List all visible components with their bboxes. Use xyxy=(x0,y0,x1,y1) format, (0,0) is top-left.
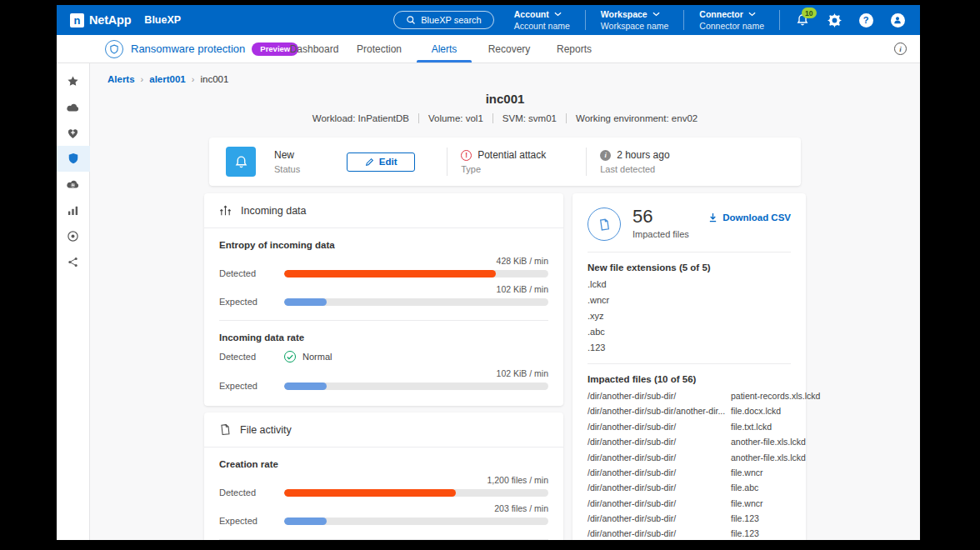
file-row: /dir/another-dir/sub-dir/file.abc xyxy=(588,480,791,495)
file-row: /dir/another-dir/sub-dir/another-dir...f… xyxy=(588,403,791,418)
status-card: New Status Edit ! Potential attack Type xyxy=(209,138,801,186)
sidebar-item-governance[interactable] xyxy=(57,223,90,249)
impacted-files-count: 56 xyxy=(632,208,689,226)
help-icon[interactable]: ? xyxy=(858,12,873,28)
gear-circle-icon xyxy=(67,230,79,242)
alert-bell-icon xyxy=(226,147,256,177)
file-activity-card: File activity Creation rate 1,200 files … xyxy=(204,412,563,540)
app-subheader: Ransomware protection Preview Dashboard … xyxy=(57,35,920,63)
sidebar-item-health[interactable] xyxy=(57,120,90,146)
brand-name: NetApp xyxy=(89,13,131,27)
meta-svm: SVM: svm01 xyxy=(492,113,557,123)
sidebar-item-ransomware-protection[interactable] xyxy=(57,146,90,172)
file-row: /dir/another-dir/sub-dir/file.123 xyxy=(588,526,791,540)
entropy-detected-value: 428 KiB / min xyxy=(219,256,548,266)
incoming-data-icon xyxy=(219,204,232,217)
sidebar-item-storage[interactable] xyxy=(57,94,90,120)
extension-item: .lckd xyxy=(588,277,791,292)
extensions-title: New file extensions (5 of 5) xyxy=(588,262,791,272)
impacted-files-card: 56 Impacted files Download CSV New file … xyxy=(572,193,806,540)
incoming-data-title: Incoming data xyxy=(241,205,307,217)
entropy-section-title: Entropy of incoming data xyxy=(219,240,548,250)
file-row: /dir/another-dir/sub-dir/file.txt.lckd xyxy=(588,419,791,434)
breadcrumb-alert001-link[interactable]: alert001 xyxy=(149,74,185,84)
chevron-down-icon xyxy=(554,12,562,17)
chevron-down-icon xyxy=(748,12,756,17)
bar-chart-icon xyxy=(68,205,78,216)
app-title: Ransomware protection xyxy=(131,42,245,55)
tab-reports[interactable]: Reports xyxy=(542,35,607,62)
impacted-files-list-title: Impacted files (10 of 56) xyxy=(588,374,791,384)
creation-expected-value: 203 files / min xyxy=(219,503,548,513)
file-activity-title: File activity xyxy=(240,424,292,436)
file-icon xyxy=(219,423,231,436)
entropy-expected-value: 102 KiB / min xyxy=(219,284,548,294)
tab-alerts[interactable]: Alerts xyxy=(412,35,477,62)
netapp-logo-icon: n xyxy=(70,13,84,28)
incident-title: inc001 xyxy=(90,92,920,106)
bluexp-search-button[interactable]: BlueXP search xyxy=(393,11,494,29)
header-divider xyxy=(779,10,780,30)
file-row: /dir/another-dir/sub-dir/file.wncr xyxy=(588,496,791,511)
check-circle-icon xyxy=(284,351,296,362)
status-card-divider xyxy=(586,148,587,176)
cloud-sync-icon xyxy=(66,179,80,190)
section-divider xyxy=(219,539,548,540)
tab-recovery[interactable]: Recovery xyxy=(477,35,542,62)
extension-item: .abc xyxy=(588,323,791,339)
notifications-bell-icon[interactable]: 10 xyxy=(795,12,810,28)
connector-menu[interactable]: Connector Connector name xyxy=(699,9,764,31)
settings-gear-icon[interactable] xyxy=(827,12,842,28)
meta-volume: Volume: vol1 xyxy=(418,113,483,123)
last-detected-value: 2 hours ago xyxy=(617,149,669,161)
ransomware-protection-logo-icon xyxy=(105,40,123,58)
breadcrumb: Alerts › alert001 › inc001 xyxy=(90,63,920,84)
search-label: BlueXP search xyxy=(421,15,482,25)
left-nav-sidebar xyxy=(57,63,90,540)
download-csv-link[interactable]: Download CSV xyxy=(708,212,791,222)
new-extensions-section: New file extensions (5 of 5) .lckd .wncr… xyxy=(572,252,806,363)
extension-item: .xyz xyxy=(588,308,791,324)
shield-icon xyxy=(68,152,79,165)
tab-dashboard[interactable]: Dashboard xyxy=(282,35,347,62)
edit-status-button[interactable]: Edit xyxy=(347,152,415,172)
main-content: Alerts › alert001 › inc001 inc001 Worklo… xyxy=(90,63,920,540)
extension-item: .wncr xyxy=(588,292,791,308)
extension-item: .123 xyxy=(588,339,791,355)
tab-protection[interactable]: Protection xyxy=(347,35,412,62)
impacted-files-section: Impacted files (10 of 56) /dir/another-d… xyxy=(572,364,806,540)
download-icon xyxy=(708,212,718,222)
meta-working-environment: Working environment: env02 xyxy=(566,113,698,123)
potential-attack-icon: ! xyxy=(461,150,472,161)
creation-rate-title: Creation rate xyxy=(219,459,548,469)
file-row: /dir/another-dir/sub-dir/another-file.xl… xyxy=(588,449,791,464)
user-avatar-icon[interactable] xyxy=(890,12,905,28)
detected-label: Detected xyxy=(219,488,284,498)
incident-meta: Workload: InPatientDB Volume: vol1 SVM: … xyxy=(90,113,920,123)
pencil-icon xyxy=(365,158,374,167)
file-row: /dir/another-dir/sub-dir/patient-records… xyxy=(588,388,791,403)
header-divider xyxy=(683,10,684,30)
account-menu[interactable]: Account Account name xyxy=(514,9,570,31)
breadcrumb-current: inc001 xyxy=(200,74,228,84)
impacted-files-label: Impacted files xyxy=(632,229,689,239)
breadcrumb-alerts-link[interactable]: Alerts xyxy=(108,74,135,84)
rate-expected-value: 102 KiB / min xyxy=(219,368,548,378)
workspace-menu[interactable]: Workspace Workspace name xyxy=(601,9,669,31)
sidebar-item-analytics[interactable] xyxy=(57,198,90,223)
search-icon xyxy=(406,15,416,25)
sidebar-item-restore[interactable] xyxy=(57,172,90,198)
cloud-icon xyxy=(66,102,80,112)
entropy-expected-bar xyxy=(284,298,548,306)
meta-workload: Workload: InPatientDB xyxy=(312,113,409,123)
last-detected-label: Last detected xyxy=(600,164,669,174)
detected-label: Detected xyxy=(219,268,284,278)
sidebar-item-share[interactable] xyxy=(57,249,90,275)
sidebar-item-favorites[interactable] xyxy=(57,68,90,94)
status-value: New xyxy=(274,149,300,161)
page-info-icon[interactable]: i xyxy=(894,42,907,55)
expected-label: Expected xyxy=(219,381,284,391)
chevron-down-icon xyxy=(652,12,660,17)
file-row: /dir/another-dir/sub-dir/file.wncr xyxy=(588,465,791,480)
rate-detected-status: Normal xyxy=(302,352,332,362)
